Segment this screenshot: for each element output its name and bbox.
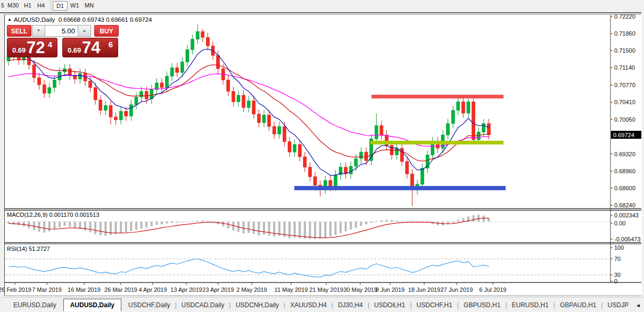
symbol-tab-gbpusd-h1[interactable]: GBPUSD,H1 (459, 301, 505, 309)
macd-bar (196, 221, 199, 222)
sell-quote-button[interactable]: 0.69 72 4 (7, 38, 57, 57)
macd-bar (314, 222, 316, 239)
symbol-tab-gbpaud-h1[interactable]: GBPAUD,H1 (555, 301, 601, 309)
date-axis-label[interactable]: 6 Jul 2019 (480, 286, 507, 293)
candle-body (395, 148, 399, 155)
price-axis-label: 0.68600 (614, 185, 635, 191)
level-band-resistance-red[interactable] (371, 95, 503, 98)
candle-body (400, 148, 403, 162)
date-axis-label[interactable]: 16 Mar 2019 (68, 286, 101, 293)
date-axis-label[interactable]: 13 Apr 2019 (170, 286, 202, 293)
candle-body (293, 145, 296, 152)
symbol-tab-eurusd-daily[interactable]: EURUSD,Daily (9, 301, 61, 309)
candle-body (196, 32, 199, 39)
date-axis-label[interactable]: 26 Mar 2019 (104, 286, 137, 293)
candle-body (313, 176, 317, 185)
volume-increase-button[interactable]: ▲ (78, 25, 91, 37)
candle-body (201, 32, 204, 38)
macd-bar (74, 222, 76, 228)
candle-body (273, 127, 276, 134)
macd-bar (385, 220, 387, 222)
macd-bar (192, 221, 194, 222)
macd-signal-value: 0.001513 (75, 212, 100, 218)
date-axis-label[interactable]: 26 Feb 2019 (0, 286, 31, 293)
macd-bar (104, 222, 106, 235)
symbol-tab-xauusd-h4[interactable]: XAUUSD,H4 (285, 301, 332, 309)
buy-price-pip: 6 (109, 40, 113, 49)
candle-body (119, 111, 122, 120)
buy-button[interactable]: BUY (94, 25, 119, 37)
candle-body (242, 95, 245, 107)
date-axis-label[interactable]: 2 May 2019 (236, 286, 267, 293)
macd-bar (391, 220, 393, 222)
candle-body (99, 100, 102, 111)
macd-bar (340, 222, 342, 233)
candle-body (349, 166, 352, 174)
macd-bar (268, 222, 270, 235)
macd-bar (171, 222, 173, 223)
candle-body (237, 95, 240, 102)
macd-bar (294, 222, 296, 238)
macd-bar (477, 215, 480, 222)
chevron-down-icon: ▼ (37, 28, 41, 33)
price-axis-label: 0.70410 (614, 99, 635, 105)
candle-body (308, 167, 311, 177)
symbol-tab-audusd-daily[interactable]: AUDUSD,Daily (63, 299, 121, 311)
volume-input[interactable] (45, 25, 78, 37)
candle-body (406, 162, 409, 174)
buy-quote-button[interactable]: 0.69 74 6 (62, 38, 118, 57)
date-axis-label[interactable]: 21 May 2019 (309, 286, 343, 293)
macd-bar (130, 222, 132, 231)
symbol-tab-eurusd-h1[interactable]: EURUSD,H1 (507, 301, 554, 309)
date-axis-label[interactable]: 27 Jun 2019 (441, 286, 473, 293)
symbol-tab-usdjp[interactable]: USDJP (603, 301, 633, 309)
candle-body (227, 80, 230, 91)
date-axis-label[interactable]: 7 Mar 2019 (32, 286, 62, 293)
date-axis-label[interactable]: 4 Apr 2019 (138, 286, 167, 293)
macd-histogram (7, 215, 490, 239)
candle-body (487, 124, 490, 135)
macd-bar (345, 222, 347, 231)
symbol-tab-usdcad-daily[interactable]: USDCAD,Daily (177, 301, 229, 309)
candle-body (135, 97, 138, 105)
candle-body (461, 102, 465, 113)
symbol-tab-usdchf-h1[interactable]: USDCHF,H1 (412, 301, 457, 309)
candle-body (78, 73, 81, 79)
symbol-tab-usdoil-h1[interactable]: USDOil,H1 (369, 301, 410, 309)
tabs-scroll-left-icon[interactable]: ◄ (633, 302, 643, 308)
candle-body (252, 101, 255, 114)
date-axis-label[interactable]: 23 Apr 2019 (202, 286, 234, 293)
macd-bar (161, 222, 163, 224)
macd-bar (84, 222, 86, 231)
macd-bar (125, 222, 127, 232)
macd-bar (135, 222, 137, 230)
macd-bar (488, 218, 490, 222)
date-axis-label[interactable]: 8 Jun 2019 (376, 286, 404, 293)
price-axis-label: 0.70770 (614, 82, 635, 88)
candle-body (262, 115, 266, 123)
macd-bar (309, 222, 311, 239)
symbol-tab-usdcnh-daily[interactable]: USDCNH,Daily (231, 301, 284, 309)
symbol-tab-dj30-h4[interactable]: DJ30,H4 (333, 301, 368, 309)
date-axis-label[interactable]: 30 May 2019 (343, 286, 377, 293)
candle-body (447, 124, 450, 135)
candle-body (129, 105, 133, 116)
macd-bar (89, 222, 92, 232)
rsi-axis-label: 0 (614, 278, 617, 284)
date-axis-label[interactable]: 18 Jun 2019 (408, 286, 441, 293)
candle-body (283, 127, 286, 142)
macd-bar (375, 221, 377, 222)
macd-bar (462, 218, 464, 222)
candle-body (232, 91, 235, 102)
collapse-arrow-icon[interactable]: ▲ (7, 17, 12, 22)
macd-bar (243, 222, 245, 233)
level-band-pivot-yellow[interactable] (370, 141, 503, 145)
volume-decrease-button[interactable]: ▼ (32, 25, 45, 37)
symbol-tab-usdchf-daily[interactable]: USDCHF,Daily (123, 301, 175, 309)
sell-button[interactable]: SELL (7, 25, 31, 37)
macd-bar (69, 222, 71, 227)
date-axis-label[interactable]: 11 May 2019 (275, 286, 308, 293)
macd-name: MACD(12,26,9) (7, 212, 47, 218)
macd-bar (247, 222, 250, 233)
level-band-support-blue[interactable] (294, 186, 506, 190)
